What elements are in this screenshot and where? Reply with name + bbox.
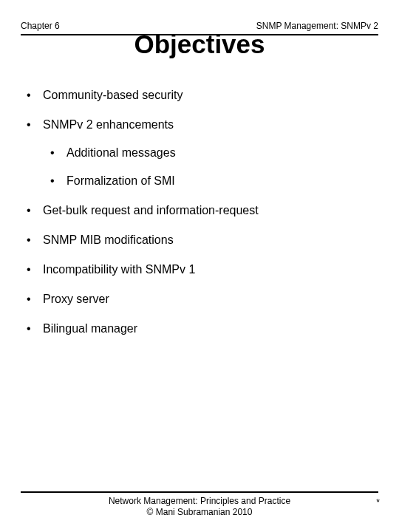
list-item: Proxy server: [21, 293, 378, 306]
footer-line-book: Network Management: Principles and Pract…: [21, 496, 378, 508]
page-number-mark: *: [376, 497, 380, 508]
list-item-text: SNMPv 2 enhancements: [43, 118, 174, 131]
page-title: Objectives: [0, 30, 399, 59]
footer-divider: [21, 491, 378, 493]
list-item: Formalization of SMI: [43, 174, 378, 188]
list-item: Community-based security: [21, 89, 378, 102]
footer-line-copyright: © Mani Subramanian 2010: [21, 507, 378, 519]
list-item: Bilingual manager: [21, 322, 378, 335]
list-item: Get-bulk request and information-request: [21, 204, 378, 217]
list-item: SNMPv 2 enhancements Additional messages…: [21, 118, 378, 188]
list-item: Incompatibility with SNMPv 1: [21, 263, 378, 276]
chapter-label: Chapter 6: [21, 21, 60, 31]
content-area: Community-based security SNMPv 2 enhance…: [0, 89, 399, 335]
list-item: SNMP MIB modifications: [21, 233, 378, 247]
list-item: Additional messages: [43, 146, 378, 160]
topic-label: SNMP Management: SNMPv 2: [256, 21, 378, 31]
